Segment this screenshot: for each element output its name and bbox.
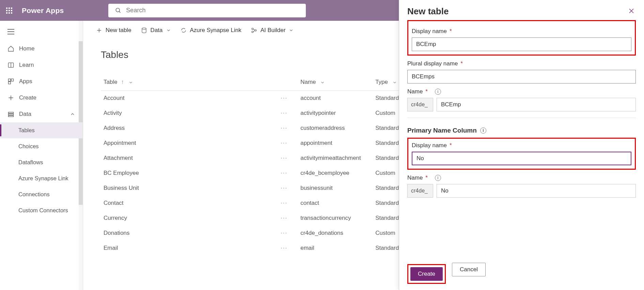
row-more-button[interactable]: ··· [278,121,298,136]
sidebar-subitem-tables[interactable]: Tables [0,122,83,138]
home-icon [7,45,14,52]
create-button[interactable]: Create [410,267,443,281]
plus-icon [7,94,14,101]
sidebar-subitem-label: Tables [18,127,35,134]
chevron-up-icon [70,111,75,117]
svg-point-22 [255,30,256,31]
sidebar-item-label: Apps [19,78,32,85]
chevron-down-icon [392,80,397,85]
sidebar-toggle[interactable] [0,27,83,41]
sidebar-subitem-label: Connections [18,191,50,198]
database-icon [7,111,14,118]
grid-icon [7,78,14,85]
primary-display-name-input[interactable] [412,152,631,165]
sidebar-item-home[interactable]: Home [0,41,83,57]
svg-point-21 [252,28,253,30]
sidebar-subitem-label: Choices [18,143,39,150]
row-more-button[interactable]: ··· [278,151,298,166]
cell-name: activitymimeattachment [298,151,373,166]
cancel-button[interactable]: Cancel [452,263,486,276]
chevron-down-icon [289,28,294,33]
display-name-input[interactable] [412,37,631,51]
plural-name-label: Plural display name * [407,60,463,67]
cell-table: Contact [101,196,278,211]
row-more-button[interactable]: ··· [278,211,298,226]
search-input[interactable] [126,7,299,14]
sync-icon [180,27,187,33]
cell-table: Attachment [101,151,278,166]
sidebar-subitem-label: Azure Synapse Link [18,175,68,182]
svg-point-0 [116,8,120,12]
sidebar-item-learn[interactable]: Learn [0,57,83,73]
sidebar-subitem-choices[interactable]: Choices [0,138,83,154]
sidebar-item-data[interactable]: Data [0,106,83,122]
toolbar-label: AI Builder [261,27,286,34]
data-dropdown[interactable]: Data [141,27,171,34]
info-icon[interactable]: i [480,127,486,134]
plural-name-input[interactable] [407,70,636,83]
row-more-button[interactable]: ··· [278,241,298,256]
cell-name: contact [298,196,373,211]
cell-name: cr4de_donations [298,226,373,241]
svg-line-24 [253,29,255,30]
row-more-button[interactable]: ··· [278,136,298,151]
sidebar-item-apps[interactable]: Apps [0,73,83,90]
sidebar-subitem-synapse[interactable]: Azure Synapse Link [0,170,83,186]
row-more-button[interactable]: ··· [278,106,298,121]
sidebar-item-label: Learn [19,62,34,68]
sidebar-subitem-connections[interactable]: Connections [0,186,83,202]
cell-name: customeraddress [298,121,373,136]
display-name-label: Display name * [412,28,452,35]
row-more-button[interactable]: ··· [278,226,298,241]
cylinder-icon [141,27,147,33]
new-table-panel: New table Display name * Plural display … [399,0,644,290]
svg-rect-11 [11,79,14,81]
svg-line-1 [119,11,120,13]
cell-table: Currency [101,211,278,226]
sidebar-item-create[interactable]: Create [0,90,83,106]
close-button[interactable] [627,6,636,17]
search-icon [115,7,122,14]
info-icon[interactable]: i [435,89,441,95]
sidebar-item-label: Create [19,94,36,101]
svg-rect-12 [9,82,11,84]
chevron-down-icon [166,28,171,33]
app-launcher-icon[interactable] [6,7,12,14]
name-label: Name * i [407,88,441,95]
primary-name-value: No [437,184,636,198]
cell-table: Account [101,91,278,106]
new-table-button[interactable]: New table [96,27,131,34]
svg-rect-15 [9,112,14,113]
cell-table: Donations [101,226,278,241]
svg-rect-10 [9,79,11,81]
brand-title: Power Apps [22,6,64,15]
sidebar-item-label: Home [19,45,34,52]
primary-display-name-label: Display name * [412,142,452,149]
svg-rect-16 [9,114,14,115]
cell-name: activitypointer [298,106,373,121]
row-more-button[interactable]: ··· [278,91,298,106]
row-more-button[interactable]: ··· [278,166,298,181]
name-prefix: cr4de_ [407,98,433,111]
info-icon[interactable]: i [435,175,441,181]
sort-asc-icon: ↑ [121,79,124,85]
col-header-name[interactable]: Name [298,74,373,91]
cell-name: appointment [298,136,373,151]
cell-name: businessunit [298,181,373,196]
ai-builder-dropdown[interactable]: AI Builder [251,27,294,34]
nodes-icon [251,27,257,33]
sidebar-subitem-dataflows[interactable]: Dataflows [0,154,83,170]
row-more-button[interactable]: ··· [278,196,298,211]
synapse-link-button[interactable]: Azure Synapse Link [180,27,241,34]
chevron-down-icon [320,80,325,85]
col-header-table[interactable]: Table ↑ [101,74,278,91]
sidebar-subitem-custom-connectors[interactable]: Custom Connectors [0,202,83,218]
row-more-button[interactable]: ··· [278,181,298,196]
cell-table: Address [101,121,278,136]
cell-table: Activity [101,106,278,121]
sidebar: Home Learn Apps Create Data Tables [0,21,83,290]
search-box[interactable] [108,4,306,17]
cell-table: Appointment [101,136,278,151]
panel-title: New table [407,6,449,17]
sidebar-item-label: Data [19,111,31,118]
